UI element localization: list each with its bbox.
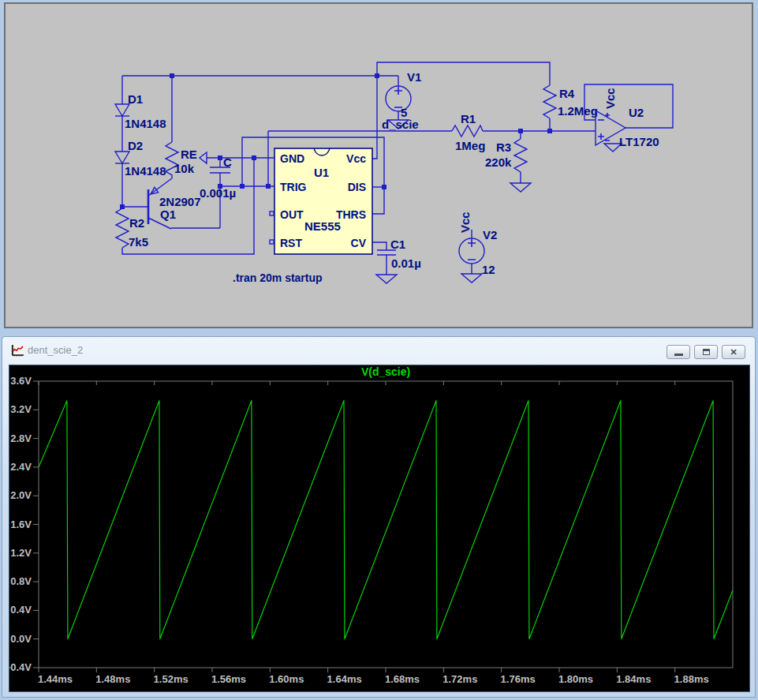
y-tick-label: 2.8V	[10, 432, 32, 444]
y-tick-label: 3.2V	[10, 403, 32, 415]
wave-window-title: dent_scie_2	[28, 344, 83, 356]
component-C1[interactable]: C1 0.01µ	[376, 238, 421, 283]
pin-label-dis: DIS	[348, 181, 366, 193]
y-tick-label: 0.4V	[10, 604, 32, 616]
restore-icon	[703, 349, 710, 355]
component-value-label: 0.01µ	[391, 256, 421, 270]
component-R2[interactable]: R2 7k5	[116, 208, 148, 249]
component-R4[interactable]: R4 1.2Meg	[543, 85, 598, 118]
component-ref-label: C	[223, 155, 232, 169]
x-tick-label: 1.80ms	[558, 673, 593, 685]
component-U1[interactable]: GND TRIG OUT RST Vcc DIS THRS CV U1 NE55…	[270, 148, 372, 254]
y-tick-label: 0.8V	[10, 575, 32, 587]
y-tick-label: 3.6V	[10, 375, 32, 387]
pin-label-cv: CV	[351, 237, 367, 249]
pin-label-trig: TRIG	[280, 181, 307, 193]
component-value-label: 12	[482, 263, 495, 276]
x-tick-label: 1.64ms	[327, 673, 362, 685]
component-ref-label: R2	[129, 216, 144, 230]
wave-window-titlebar[interactable]: dent_scie_2 ✕	[2, 337, 755, 364]
component-value-label: NE555	[304, 219, 341, 233]
waveform-plot-pane[interactable]: 3.6V3.2V2.8V2.4V2.0V1.6V1.2V0.8V0.4V0.0V…	[9, 365, 750, 692]
component-value-label: 0.001µ	[200, 186, 236, 200]
component-V2[interactable]: Vcc V2 12	[458, 211, 497, 283]
component-ref-label: R1	[461, 112, 476, 125]
net-label-vcc-v2: Vcc	[458, 211, 472, 233]
y-tick-label: 2.0V	[10, 489, 32, 501]
component-ref-label: U2	[629, 106, 644, 119]
component-ref-label: D2	[128, 139, 143, 152]
component-ref-label: V1	[407, 70, 421, 84]
component-value-label: 1N4148	[125, 164, 166, 178]
waveform-window: dent_scie_2 ✕ 3.6V3.2V2.8V2.4V2.0V1.6V1.…	[2, 336, 756, 698]
waveform-document-icon	[9, 343, 25, 358]
net-label-d-scie[interactable]: d_scie	[382, 118, 419, 131]
component-ref-label: R3	[496, 140, 511, 154]
net-label-vcc-u2: Vcc	[603, 88, 617, 109]
component-ref-label: C1	[390, 238, 405, 251]
component-value-label: 1Meg	[455, 139, 485, 152]
x-tick-label: 1.88ms	[674, 673, 709, 685]
x-tick-label: 1.52ms	[154, 673, 189, 685]
pin-label-rst: RST	[280, 237, 302, 249]
component-ref-label: R4	[559, 87, 575, 100]
y-tick-label: 1.2V	[10, 547, 32, 559]
x-tick-label: 1.48ms	[95, 673, 130, 685]
component-R3[interactable]: R3 220k	[485, 139, 531, 192]
restore-button[interactable]	[694, 345, 718, 359]
component-value-label: 10k	[174, 162, 195, 175]
x-tick-label: 1.44ms	[38, 673, 73, 685]
close-button[interactable]: ✕	[722, 345, 745, 359]
y-tick-label: 2.4V	[10, 461, 32, 473]
x-tick-label: 1.76ms	[501, 673, 536, 685]
spice-directive[interactable]: .tran 20m startup	[233, 271, 323, 284]
pin-label-vcc: Vcc	[346, 152, 366, 165]
component-R1[interactable]: R1 1Meg	[452, 112, 485, 152]
x-tick-label: 1.60ms	[269, 673, 304, 685]
pin-label-out: OUT	[280, 208, 304, 221]
component-Q1[interactable]: 2N2907 Q1	[148, 178, 201, 229]
waveform-plot[interactable]: 3.6V3.2V2.8V2.4V2.0V1.6V1.2V0.8V0.4V0.0V…	[9, 365, 749, 691]
y-tick-label: 0.0V	[10, 633, 32, 645]
component-ref-label: Q1	[160, 208, 176, 221]
component-U2[interactable]: Vcc U2 LT1720	[596, 88, 659, 152]
component-ref-label: D1	[128, 92, 143, 106]
minimize-icon	[674, 354, 683, 356]
component-value-label: 2N2907	[159, 195, 201, 208]
x-tick-label: 1.84ms	[616, 673, 651, 685]
trace-name-label[interactable]: V(d_scie)	[361, 365, 410, 378]
component-value-label: 1.2Meg	[558, 104, 598, 118]
y-tick-label: -0.4V	[9, 661, 32, 673]
component-ref-label: U1	[314, 166, 329, 179]
component-ref-label: RE	[181, 148, 197, 161]
x-tick-label: 1.68ms	[385, 673, 420, 685]
close-icon: ✕	[730, 347, 737, 357]
pin-label-gnd: GND	[280, 152, 304, 165]
minimize-button[interactable]	[667, 345, 690, 359]
component-RE[interactable]: RE 10k	[166, 142, 197, 178]
x-tick-label: 1.56ms	[211, 673, 246, 685]
plot-frame	[39, 381, 733, 668]
trace-V(d_scie)	[39, 401, 733, 639]
component-value-label: 1N4148	[125, 117, 166, 130]
y-tick-label: 1.6V	[10, 518, 32, 530]
schematic-canvas[interactable]: D1 1N4148 D2 1N4148 RE 10k 2N2907 Q1 R2 …	[0, 0, 758, 335]
component-ref-label: V2	[483, 228, 497, 241]
component-value-label: 220k	[485, 155, 512, 169]
component-value-label: LT1720	[619, 135, 659, 148]
x-tick-label: 1.72ms	[442, 673, 477, 685]
component-value-label: 7k5	[129, 235, 148, 249]
